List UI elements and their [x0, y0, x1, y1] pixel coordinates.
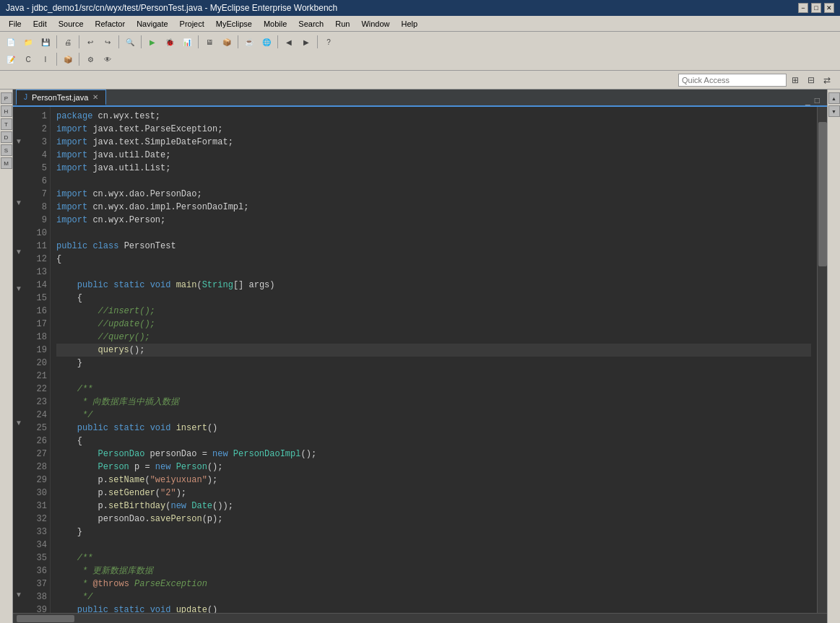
code-line-15: {	[56, 292, 811, 305]
tb-save-btn[interactable]: 💾	[38, 35, 53, 49]
tb-prev-btn[interactable]: ◀	[281, 35, 297, 49]
code-line-10	[56, 227, 811, 240]
scrollbar-thumb[interactable]	[818, 122, 827, 266]
line-num-26: 26	[27, 435, 47, 448]
tb-deploy-btn[interactable]: 📦	[219, 35, 235, 49]
gutter-23	[13, 392, 25, 404]
vertical-scrollbar[interactable]	[817, 107, 827, 613]
menu-myeclipse[interactable]: MyEclipse	[210, 18, 258, 30]
tab-maximize-btn[interactable]: □	[813, 95, 821, 105]
gutter-16	[13, 307, 25, 319]
menu-search[interactable]: Search	[293, 18, 329, 30]
gutter-31	[13, 490, 25, 502]
menu-navigate[interactable]: Navigate	[131, 18, 173, 30]
gutter-6	[13, 184, 25, 196]
toolbar-row-1: 📄 📁 💾 🖨 ↩ ↪ 🔍 ▶ 🐞 📊 🖥 📦 ☕ 🌐 ◀ ▶ ?	[0, 33, 840, 51]
right-sidebar-icon-1[interactable]: ▲	[828, 92, 840, 104]
menu-file[interactable]: File	[3, 18, 27, 30]
menu-project[interactable]: Project	[174, 18, 210, 30]
tb2-perspectives-btn[interactable]: ⚙	[82, 52, 98, 66]
sidebar-icon-5[interactable]: S	[1, 144, 12, 156]
perspective-icon[interactable]: ⊞	[788, 73, 802, 87]
tab-close-btn[interactable]: ✕	[92, 93, 98, 101]
line-num-24: 24	[27, 409, 47, 422]
gutter-33	[13, 515, 25, 527]
code-line-32: personDao.savePerson(p);	[56, 513, 811, 526]
menu-window[interactable]: Window	[355, 18, 395, 30]
tb2-iface-btn[interactable]: I	[38, 52, 53, 66]
gutter-3	[13, 147, 25, 160]
line-num-35: 35	[27, 552, 47, 565]
tb2-new-btn[interactable]: 📝	[3, 52, 19, 66]
layout-icon[interactable]: ⊟	[804, 73, 818, 87]
sidebar-icon-4[interactable]: D	[1, 131, 12, 143]
gutter-fold-25[interactable]: ▼	[13, 417, 25, 429]
tb-help-btn[interactable]: ?	[321, 35, 337, 49]
code-content[interactable]: package cn.wyx.test;import java.text.Par…	[51, 107, 817, 613]
quick-access-input[interactable]	[678, 74, 787, 87]
tb-java-btn[interactable]: ☕	[241, 35, 257, 49]
code-line-25: public static void insert()	[56, 422, 811, 435]
editor-tab-persontest[interactable]: J PersonTest.java ✕	[16, 90, 106, 105]
line-num-20: 20	[27, 357, 47, 370]
toolbar-sep-3	[118, 35, 119, 48]
tb-next-btn[interactable]: ▶	[298, 35, 314, 49]
gutter-fold-7[interactable]: ▼	[13, 196, 25, 209]
gutter-19	[13, 343, 25, 355]
menu-bar: File Edit Source Refactor Navigate Proje…	[0, 16, 840, 32]
sidebar-icon-2[interactable]: H	[1, 105, 12, 117]
tb2-views-btn[interactable]: 👁	[100, 52, 116, 66]
menu-mobile[interactable]: Mobile	[258, 18, 293, 30]
code-line-31: p.setBirthday(new Date());	[56, 500, 811, 513]
tb-new-btn[interactable]: 📄	[3, 35, 19, 49]
tb2-class-btn[interactable]: C	[20, 52, 36, 66]
gutter-fold-14[interactable]: ▼	[13, 282, 25, 295]
tb-search-btn[interactable]: 🔍	[122, 35, 138, 49]
sidebar-icon-6[interactable]: M	[1, 157, 12, 169]
sync-icon[interactable]: ⇄	[820, 73, 834, 87]
h-scrollbar-thumb[interactable]	[17, 615, 74, 622]
gutter-fold-2[interactable]: ▼	[13, 135, 25, 147]
tb2-package-btn[interactable]: 📦	[60, 52, 76, 66]
line-num-38: 38	[27, 591, 47, 604]
gutter-32	[13, 502, 25, 515]
tb-open-btn[interactable]: 📁	[20, 35, 36, 49]
line-num-3: 3	[27, 136, 47, 149]
tb-profile-btn[interactable]: 📊	[179, 35, 195, 49]
gutter-36	[13, 552, 25, 564]
maximize-button[interactable]: □	[811, 3, 821, 13]
menu-refactor[interactable]: Refactor	[90, 18, 131, 30]
menu-edit[interactable]: Edit	[27, 18, 53, 30]
gutter-fold-11[interactable]: ▼	[13, 245, 25, 258]
gutter-8	[13, 209, 25, 221]
tb-run-btn[interactable]: ▶	[144, 35, 160, 49]
code-line-27: PersonDao personDao = new PersonDaoImpl(…	[56, 448, 811, 461]
tb-web-btn[interactable]: 🌐	[259, 35, 274, 49]
gutter-24	[13, 404, 25, 417]
code-editor[interactable]: ▼ ▼ ▼ ▼	[13, 107, 827, 613]
gutter-12	[13, 258, 25, 270]
tb-redo-btn[interactable]: ↪	[100, 35, 116, 49]
sidebar-icon-1[interactable]: P	[1, 92, 12, 104]
sidebar-icon-3[interactable]: T	[1, 118, 12, 130]
toolbar2-sep-1	[56, 53, 57, 66]
tb-server-btn[interactable]: 🖥	[202, 35, 217, 49]
minimize-button[interactable]: −	[798, 3, 808, 13]
code-line-1: package cn.wyx.test;	[56, 110, 811, 123]
code-line-19: querys();	[56, 344, 811, 357]
menu-help[interactable]: Help	[396, 18, 424, 30]
gutter-fold-39[interactable]: ▼	[13, 588, 25, 601]
tb-undo-btn[interactable]: ↩	[82, 35, 98, 49]
horizontal-scrollbar[interactable]	[13, 613, 827, 623]
tab-controls: _ □	[804, 95, 824, 105]
menu-source[interactable]: Source	[53, 18, 90, 30]
line-num-28: 28	[27, 461, 47, 474]
tab-minimize-btn[interactable]: _	[804, 95, 812, 105]
gutter-37	[13, 564, 25, 576]
close-button[interactable]: ✕	[824, 3, 834, 13]
tb-debug-btn[interactable]: 🐞	[162, 35, 178, 49]
menu-run[interactable]: Run	[329, 18, 355, 30]
line-num-21: 21	[27, 370, 47, 383]
right-sidebar-icon-2[interactable]: ▼	[828, 105, 840, 117]
tb-print-btn[interactable]: 🖨	[60, 35, 76, 49]
